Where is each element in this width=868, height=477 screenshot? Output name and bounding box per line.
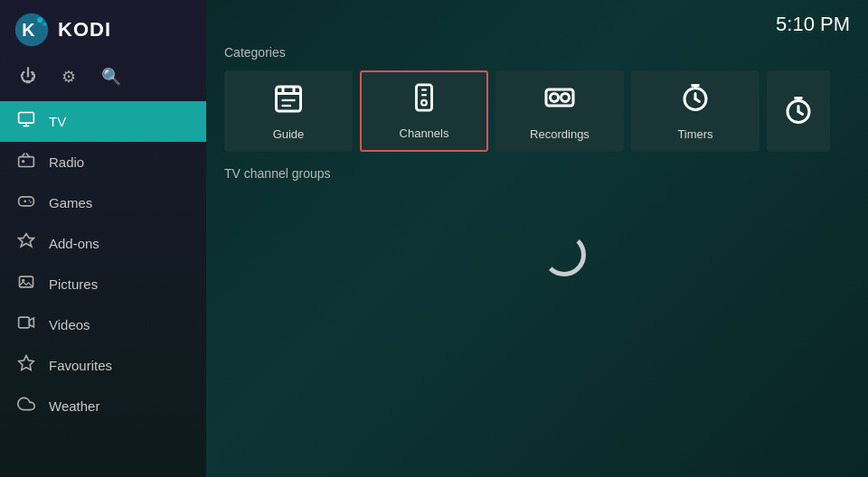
svg-rect-21 xyxy=(417,85,432,110)
svg-rect-13 xyxy=(19,317,30,328)
favourites-icon xyxy=(16,354,36,377)
sidebar: K KODI ⏻ ⚙ 🔍 TV Radio xyxy=(0,0,206,477)
svg-point-6 xyxy=(22,160,24,163)
guide-icon xyxy=(272,81,305,120)
svg-line-34 xyxy=(798,111,803,114)
channels-tile-label: Channels xyxy=(400,126,449,140)
app-header: K KODI xyxy=(0,0,206,60)
category-tile-recordings[interactable]: Recordings xyxy=(495,70,624,152)
sidebar-item-weather-label: Weather xyxy=(49,398,99,414)
pictures-icon xyxy=(16,273,36,295)
svg-point-26 xyxy=(551,94,559,102)
recordings-tile-label: Recordings xyxy=(530,127,590,141)
svg-text:K: K xyxy=(22,20,35,40)
time-display: 5:10 PM xyxy=(776,13,850,36)
category-tile-partial[interactable] xyxy=(767,70,830,152)
svg-marker-10 xyxy=(19,234,34,247)
sidebar-item-videos[interactable]: Videos xyxy=(0,304,206,345)
svg-point-8 xyxy=(29,200,31,201)
app-title: KODI xyxy=(58,18,111,42)
svg-rect-15 xyxy=(277,87,301,111)
section-label: TV channel groups xyxy=(224,166,850,181)
sidebar-item-tv[interactable]: TV xyxy=(0,101,206,142)
categories-label: Categories xyxy=(224,45,850,60)
sidebar-item-radio-label: Radio xyxy=(49,154,84,170)
svg-point-9 xyxy=(30,201,32,203)
search-icon[interactable]: 🔍 xyxy=(101,67,121,87)
svg-marker-14 xyxy=(19,356,34,370)
addons-icon xyxy=(16,232,36,255)
svg-rect-4 xyxy=(19,113,34,124)
svg-line-30 xyxy=(695,99,700,102)
category-tiles: Guide Channels Recordings Timers xyxy=(224,70,850,152)
guide-tile-label: Guide xyxy=(273,127,305,141)
sidebar-item-favourites-label: Favourites xyxy=(49,358,112,373)
svg-point-23 xyxy=(421,100,427,106)
sidebar-item-pictures-label: Pictures xyxy=(49,276,98,292)
sidebar-item-videos-label: Videos xyxy=(49,317,90,332)
spinner xyxy=(542,233,586,276)
sidebar-item-addons-label: Add-ons xyxy=(49,236,99,251)
loading-spinner xyxy=(224,197,850,276)
weather-icon xyxy=(16,395,36,417)
svg-point-3 xyxy=(43,23,47,26)
sidebar-controls: ⏻ ⚙ 🔍 xyxy=(0,60,206,101)
sidebar-item-games[interactable]: Games xyxy=(0,182,206,223)
channels-icon xyxy=(409,82,439,119)
category-tile-guide[interactable]: Guide xyxy=(224,70,353,152)
svg-rect-5 xyxy=(19,157,34,167)
sidebar-item-tv-label: TV xyxy=(49,114,66,129)
radio-icon xyxy=(16,151,36,173)
tv-icon xyxy=(16,110,36,133)
timers-tile-label: Timers xyxy=(677,127,712,141)
recordings-icon xyxy=(543,81,576,120)
kodi-logo-icon: K xyxy=(14,13,49,47)
videos-icon xyxy=(16,313,36,336)
svg-point-27 xyxy=(561,94,570,102)
top-bar: 5:10 PM xyxy=(224,13,850,36)
sidebar-item-games-label: Games xyxy=(49,195,92,210)
svg-point-2 xyxy=(37,17,42,23)
games-icon xyxy=(16,192,36,214)
sidebar-item-pictures[interactable]: Pictures xyxy=(0,264,206,304)
sidebar-nav: TV Radio Games Add-ons P xyxy=(0,101,206,477)
category-tile-timers[interactable]: Timers xyxy=(631,70,760,152)
sidebar-item-weather[interactable]: Weather xyxy=(0,386,206,426)
sidebar-item-radio[interactable]: Radio xyxy=(0,142,206,182)
sidebar-item-addons[interactable]: Add-ons xyxy=(0,223,206,264)
category-tile-channels[interactable]: Channels xyxy=(360,70,488,152)
power-icon[interactable]: ⏻ xyxy=(20,67,36,87)
main-content: 5:10 PM Categories Guide Channels Record… xyxy=(206,0,868,477)
timers2-icon xyxy=(782,94,815,129)
sidebar-item-favourites[interactable]: Favourites xyxy=(0,345,206,386)
settings-icon[interactable]: ⚙ xyxy=(61,67,76,87)
timers-icon xyxy=(679,81,712,120)
